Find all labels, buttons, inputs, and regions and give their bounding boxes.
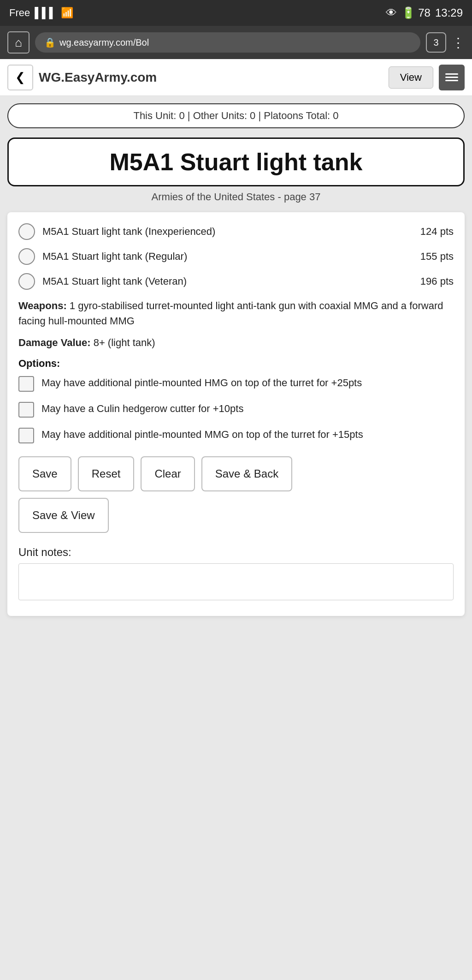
signal-icon: ▌▌▌: [35, 7, 56, 19]
wifi-icon: 📶: [61, 7, 73, 19]
page-content: This Unit: 0 | Other Units: 0 | Platoons…: [0, 96, 472, 623]
browser-menu-button[interactable]: ⋮: [452, 35, 465, 50]
radio-pts-veteran: 196 pts: [420, 275, 454, 287]
app-title: WG.EasyArmy.com: [39, 70, 383, 85]
radio-button-veteran[interactable]: [18, 273, 35, 290]
eye-icon: 👁: [386, 6, 397, 19]
browser-bar: ⌂ 🔒 wg.easyarmy.com/Bol 3 ⋮: [0, 26, 472, 59]
back-button[interactable]: ❮: [7, 65, 33, 90]
radio-button-inexperienced[interactable]: [18, 223, 35, 240]
save-button[interactable]: Save: [18, 456, 71, 491]
radio-option-veteran[interactable]: M5A1 Stuart light tank (Veteran) 196 pts: [18, 273, 454, 290]
unit-notes-section: Unit notes:: [18, 546, 454, 602]
checkbox-option-culin: May have a Culin hedgerow cutter for +10…: [18, 401, 454, 418]
clear-button[interactable]: Clear: [141, 456, 195, 491]
status-left: Free ▌▌▌ 📶: [9, 7, 73, 19]
radio-options-group: M5A1 Stuart light tank (Inexperienced) 1…: [18, 223, 454, 290]
checkbox-label-mmg: May have additional pintle-mounted MMG o…: [41, 427, 363, 442]
checkbox-option-mmg: May have additional pintle-mounted MMG o…: [18, 427, 454, 443]
lock-icon: 🔒: [44, 37, 56, 48]
damage-label: Damage Value:: [18, 337, 91, 348]
reset-button[interactable]: Reset: [78, 456, 135, 491]
hamburger-line-2: [445, 77, 458, 78]
weapons-label: Weapons:: [18, 300, 67, 311]
back-icon: ❮: [15, 70, 25, 84]
save-back-button[interactable]: Save & Back: [201, 456, 292, 491]
checkbox-label-hmg: May have additional pintle-mounted HMG o…: [41, 375, 362, 390]
status-bar: Free ▌▌▌ 📶 👁 🔋 78 13:29: [0, 0, 472, 26]
action-buttons-row1: Save Reset Clear Save & Back: [18, 456, 454, 491]
hamburger-line-1: [445, 73, 458, 75]
status-right: 👁 🔋 78 13:29: [386, 6, 463, 19]
options-heading: Options:: [18, 358, 454, 370]
unit-subtitle: Armies of the United States - page 37: [7, 191, 465, 203]
carrier-label: Free: [9, 7, 30, 19]
radio-pts-inexperienced: 124 pts: [420, 226, 454, 238]
unit-notes-input[interactable]: [18, 563, 454, 600]
options-card: M5A1 Stuart light tank (Inexperienced) 1…: [7, 212, 465, 616]
battery-indicator: 🔋 78: [401, 6, 431, 19]
radio-option-regular[interactable]: M5A1 Stuart light tank (Regular) 155 pts: [18, 248, 454, 265]
radio-button-regular[interactable]: [18, 248, 35, 265]
radio-label-inexperienced: M5A1 Stuart light tank (Inexperienced): [42, 226, 215, 238]
radio-label-regular: M5A1 Stuart light tank (Regular): [42, 251, 187, 263]
stats-bar: This Unit: 0 | Other Units: 0 | Platoons…: [7, 103, 465, 128]
radio-pts-regular: 155 pts: [420, 251, 454, 263]
url-bar[interactable]: 🔒 wg.easyarmy.com/Bol: [35, 32, 420, 53]
app-header: ❮ WG.EasyArmy.com View: [0, 59, 472, 96]
checkbox-label-culin: May have a Culin hedgerow cutter for +10…: [41, 401, 243, 416]
unit-title-box: M5A1 Stuart light tank: [7, 137, 465, 186]
hamburger-line-3: [445, 80, 458, 81]
save-view-button[interactable]: Save & View: [18, 498, 109, 533]
radio-option-inexperienced[interactable]: M5A1 Stuart light tank (Inexperienced) 1…: [18, 223, 454, 240]
time-label: 13:29: [435, 6, 463, 19]
damage-description: Damage Value: 8+ (light tank): [18, 335, 454, 350]
damage-text: 8+ (light tank): [94, 337, 155, 348]
weapons-text: 1 gyro-stabilised turret-mounted light a…: [18, 300, 443, 327]
weapons-description: Weapons: 1 gyro-stabilised turret-mounte…: [18, 298, 454, 329]
view-button[interactable]: View: [389, 66, 433, 89]
tab-count-button[interactable]: 3: [426, 32, 446, 53]
hamburger-menu-button[interactable]: [439, 65, 465, 90]
radio-label-veteran: M5A1 Stuart light tank (Veteran): [42, 275, 187, 287]
unit-title: M5A1 Stuart light tank: [16, 148, 456, 176]
checkbox-hmg[interactable]: [18, 376, 34, 392]
checkbox-option-hmg: May have additional pintle-mounted HMG o…: [18, 375, 454, 392]
checkbox-mmg[interactable]: [18, 428, 34, 443]
home-button[interactable]: ⌂: [7, 31, 30, 54]
action-buttons-row2: Save & View: [18, 491, 454, 533]
checkbox-culin[interactable]: [18, 402, 34, 418]
url-text: wg.easyarmy.com/Bol: [59, 37, 149, 48]
unit-notes-label: Unit notes:: [18, 546, 454, 559]
